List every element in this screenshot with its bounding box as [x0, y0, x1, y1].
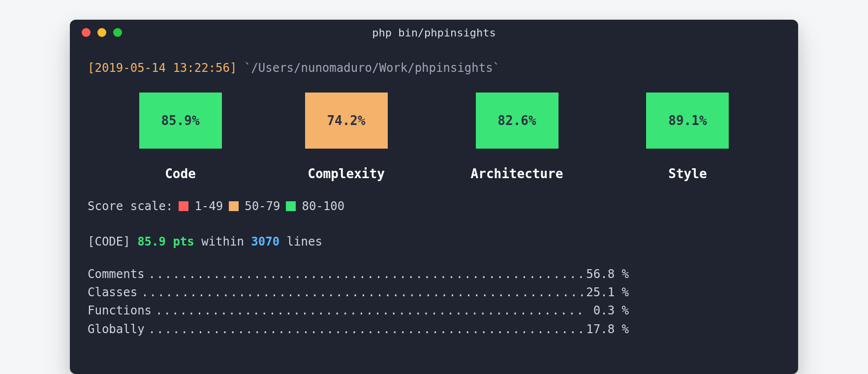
- window-title: php bin/phpinsights: [70, 27, 798, 39]
- section-code-summary: [CODE] 85.9 pts within 3070 lines: [88, 233, 780, 250]
- metric-label: Classes: [88, 283, 137, 302]
- close-icon[interactable]: [82, 28, 91, 37]
- metric-row: Globally ...............................…: [88, 320, 629, 339]
- metric-label: Functions: [88, 302, 152, 320]
- score-box: 82.6%: [476, 93, 558, 149]
- metric-label: Globally: [88, 320, 145, 339]
- scale-range: 1-49: [194, 197, 223, 215]
- metric-row: Functions ..............................…: [88, 302, 629, 320]
- metric-dots-icon: ........................................…: [152, 302, 585, 320]
- swatch-orange-icon: [229, 201, 239, 211]
- metric-value: 0.3 %: [585, 302, 629, 320]
- scale-label: Score scale:: [88, 197, 173, 215]
- terminal-body[interactable]: [2019-05-14 13:22:56] `/Users/nunomaduro…: [70, 45, 798, 339]
- section-after: lines: [287, 235, 322, 249]
- minimize-icon[interactable]: [97, 28, 106, 37]
- traffic-lights: [82, 28, 122, 37]
- score-label: Style: [668, 164, 707, 184]
- metric-row: Comments ...............................…: [88, 265, 629, 283]
- score-box: 85.9%: [139, 93, 222, 149]
- scale-range: 50-79: [245, 197, 280, 215]
- working-path: `/Users/nunomaduro/Work/phpinsights`: [244, 61, 500, 75]
- metrics-list: Comments ...............................…: [88, 265, 780, 339]
- scale-range: 80-100: [302, 197, 344, 215]
- section-tag: [CODE]: [88, 235, 130, 249]
- score-box: 89.1%: [646, 93, 729, 149]
- score-label: Complexity: [308, 164, 385, 184]
- score-box: 74.2%: [305, 93, 388, 149]
- score-card-code: 85.9% Code: [139, 93, 222, 184]
- swatch-green-icon: [286, 201, 296, 211]
- terminal-window: php bin/phpinsights [2019-05-14 13:22:56…: [70, 20, 798, 374]
- score-scale: Score scale: 1-49 50-79 80-100: [88, 197, 780, 215]
- titlebar: php bin/phpinsights: [70, 20, 798, 45]
- score-card-complexity: 74.2% Complexity: [305, 93, 388, 184]
- score-card-architecture: 82.6% Architecture: [471, 93, 563, 184]
- metric-dots-icon: ........................................…: [145, 320, 585, 339]
- section-lines: 3070: [251, 235, 279, 249]
- header-line: [2019-05-14 13:22:56] `/Users/nunomaduro…: [88, 59, 780, 77]
- section-within: within: [201, 235, 244, 249]
- score-label: Architecture: [471, 164, 563, 184]
- metric-value: 25.1 %: [585, 283, 629, 302]
- metric-label: Comments: [88, 265, 145, 283]
- swatch-red-icon: [179, 201, 188, 211]
- section-points: 85.9 pts: [137, 235, 194, 249]
- metric-row: Classes ................................…: [88, 283, 629, 302]
- score-label: Code: [165, 164, 196, 184]
- metric-value: 56.8 %: [585, 265, 629, 283]
- metric-dots-icon: ........................................…: [145, 265, 585, 283]
- metric-dots-icon: ........................................…: [137, 283, 585, 302]
- metric-value: 17.8 %: [585, 320, 629, 339]
- score-cards: 85.9% Code 74.2% Complexity 82.6% Archit…: [97, 93, 771, 184]
- score-card-style: 89.1% Style: [646, 93, 729, 184]
- timestamp: [2019-05-14 13:22:56]: [88, 61, 237, 75]
- zoom-icon[interactable]: [113, 28, 122, 37]
